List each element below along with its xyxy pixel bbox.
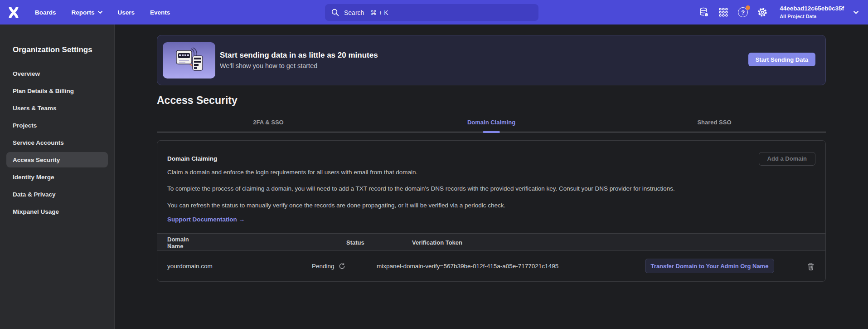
account-switcher[interactable]: 44eebad12c65eb0c35f All Project Data [780,5,844,19]
status-badge: Pending [312,263,335,270]
sidebar-item-plan-details-billing[interactable]: Plan Details & Billing [6,83,108,98]
nav-link-label: Events [150,9,170,16]
banner-text: Start sending data in as little as 20 mi… [220,51,378,69]
tab-2fa-sso[interactable]: 2FA & SSO [157,119,380,132]
sidebar-item-users-teams[interactable]: Users & Teams [6,100,108,116]
banner-title: Start sending data in as little as 20 mi… [220,51,378,60]
nav-link-label: Boards [35,9,56,16]
project-scope: All Project Data [780,14,844,20]
sidebar-item-mixpanel-usage[interactable]: Mixpanel Usage [6,204,108,219]
devices-illustration [163,42,215,79]
tab-shared-sso[interactable]: Shared SSO [603,119,826,132]
domain-name-cell: yourdomain.com [167,251,213,281]
top-navbar: Boards Reports Users Events Search ⌘ + K [0,0,868,25]
start-sending-data-button[interactable]: Start Sending Data [748,53,815,66]
notification-badge [746,5,750,10]
delete-domain-trash-icon[interactable] [807,251,815,281]
nav-link-users[interactable]: Users [118,9,135,16]
sort-icon[interactable] [167,234,171,251]
card-title: Domain Claiming [167,155,217,162]
nav-right-cluster: ? 44eebad12c65eb0c35f All Project Data [698,0,858,25]
mixpanel-logo-icon[interactable] [8,6,19,19]
sidebar-title: Organization Settings [13,45,102,54]
chevron-down-icon [98,11,102,14]
add-domain-button[interactable]: Add a Domain [759,152,815,166]
page-title: Access Security [157,94,826,107]
banner-subtitle: We'll show you how to get started [220,62,378,69]
onboarding-banner: Start sending data in as little as 20 mi… [157,35,826,85]
search-input[interactable]: Search ⌘ + K [325,4,538,21]
verification-token-cell: mixpanel-domain-verify=567b39be-012f-415… [377,251,558,281]
domain-claiming-card: Domain Claiming Add a Domain Claim a dom… [157,140,826,282]
refresh-note: You can refresh the status to manually v… [167,201,815,210]
nav-link-label: Reports [72,9,95,16]
sidebar-item-overview[interactable]: Overview [6,66,108,81]
settings-gear-icon[interactable] [756,6,768,18]
org-settings-sidebar: Organization Settings Overview Plan Deta… [0,25,115,329]
column-header-verification-token: Verification Token [412,234,462,251]
table-row: yourdomain.com Pending mixpanel-domain-v… [157,251,825,281]
domain-claiming-description: Claim a domain and enforce the login req… [167,167,815,177]
data-management-icon[interactable] [698,6,710,18]
help-icon[interactable]: ? [737,6,749,18]
sidebar-item-service-accounts[interactable]: Service Accounts [6,135,108,150]
refresh-status-icon[interactable] [339,263,345,270]
search-shortcut-hint: ⌘ + K [370,9,388,16]
apps-grid-icon[interactable] [718,6,729,18]
nav-link-label: Users [118,9,135,16]
table-header-row: Domain Name Status Verification Token [157,233,825,251]
tab-domain-claiming[interactable]: Domain Claiming [380,119,603,132]
account-chevron-down-icon[interactable] [853,11,858,14]
sidebar-item-projects[interactable]: Projects [6,118,108,133]
nav-links: Boards Reports Users Events [35,9,170,16]
sidebar-item-data-privacy[interactable]: Data & Privacy [6,187,108,202]
domains-table: Domain Name Status Verification Token yo… [157,233,825,281]
transfer-domain-button[interactable]: Transfer Domain to Your Admin Org Name [645,259,774,273]
sidebar-item-access-security[interactable]: Access Security [6,152,108,167]
search-placeholder: Search [344,9,364,16]
column-header-status: Status [346,234,364,251]
org-id: 44eebad12c65eb0c35f [780,5,844,12]
main-content: Start sending data in as little as 20 mi… [115,25,868,329]
access-security-tabs: 2FA & SSO Domain Claiming Shared SSO [157,119,826,133]
txt-record-instructions: To complete the process of claiming a do… [167,184,702,193]
support-documentation-link[interactable]: Support Documentation → [167,216,245,223]
nav-link-boards[interactable]: Boards [35,9,56,16]
nav-link-reports[interactable]: Reports [72,9,102,16]
nav-link-events[interactable]: Events [150,9,170,16]
search-icon [331,9,339,16]
sidebar-item-identity-merge[interactable]: Identity Merge [6,169,108,185]
